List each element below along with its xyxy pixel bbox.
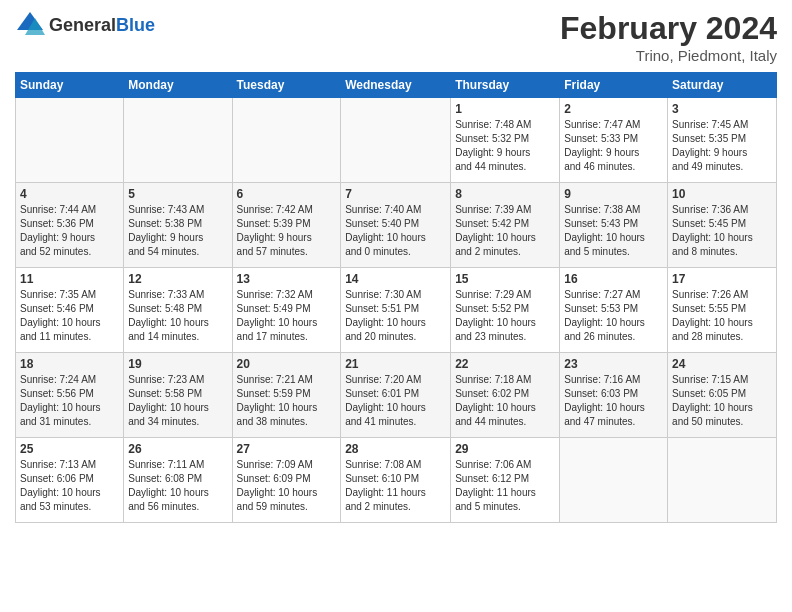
day-cell: 22Sunrise: 7:18 AM Sunset: 6:02 PM Dayli… xyxy=(451,353,560,438)
day-number: 3 xyxy=(672,102,772,116)
day-info: Sunrise: 7:38 AM Sunset: 5:43 PM Dayligh… xyxy=(564,203,663,259)
week-row-3: 11Sunrise: 7:35 AM Sunset: 5:46 PM Dayli… xyxy=(16,268,777,353)
day-number: 14 xyxy=(345,272,446,286)
day-number: 12 xyxy=(128,272,227,286)
day-cell: 20Sunrise: 7:21 AM Sunset: 5:59 PM Dayli… xyxy=(232,353,341,438)
day-cell xyxy=(668,438,777,523)
day-info: Sunrise: 7:35 AM Sunset: 5:46 PM Dayligh… xyxy=(20,288,119,344)
day-number: 22 xyxy=(455,357,555,371)
day-cell: 18Sunrise: 7:24 AM Sunset: 5:56 PM Dayli… xyxy=(16,353,124,438)
day-info: Sunrise: 7:43 AM Sunset: 5:38 PM Dayligh… xyxy=(128,203,227,259)
day-cell: 14Sunrise: 7:30 AM Sunset: 5:51 PM Dayli… xyxy=(341,268,451,353)
page-header: GeneralBlue February 2024 Trino, Piedmon… xyxy=(15,10,777,64)
logo: GeneralBlue xyxy=(15,10,155,40)
day-cell: 7Sunrise: 7:40 AM Sunset: 5:40 PM Daylig… xyxy=(341,183,451,268)
day-info: Sunrise: 7:16 AM Sunset: 6:03 PM Dayligh… xyxy=(564,373,663,429)
day-cell: 25Sunrise: 7:13 AM Sunset: 6:06 PM Dayli… xyxy=(16,438,124,523)
col-friday: Friday xyxy=(560,73,668,98)
day-number: 1 xyxy=(455,102,555,116)
col-saturday: Saturday xyxy=(668,73,777,98)
day-number: 23 xyxy=(564,357,663,371)
week-row-1: 1Sunrise: 7:48 AM Sunset: 5:32 PM Daylig… xyxy=(16,98,777,183)
day-cell: 11Sunrise: 7:35 AM Sunset: 5:46 PM Dayli… xyxy=(16,268,124,353)
week-row-4: 18Sunrise: 7:24 AM Sunset: 5:56 PM Dayli… xyxy=(16,353,777,438)
day-info: Sunrise: 7:13 AM Sunset: 6:06 PM Dayligh… xyxy=(20,458,119,514)
day-cell: 1Sunrise: 7:48 AM Sunset: 5:32 PM Daylig… xyxy=(451,98,560,183)
day-cell: 2Sunrise: 7:47 AM Sunset: 5:33 PM Daylig… xyxy=(560,98,668,183)
day-cell: 5Sunrise: 7:43 AM Sunset: 5:38 PM Daylig… xyxy=(124,183,232,268)
day-cell: 4Sunrise: 7:44 AM Sunset: 5:36 PM Daylig… xyxy=(16,183,124,268)
day-number: 10 xyxy=(672,187,772,201)
day-info: Sunrise: 7:45 AM Sunset: 5:35 PM Dayligh… xyxy=(672,118,772,174)
day-cell xyxy=(232,98,341,183)
day-cell xyxy=(124,98,232,183)
week-row-2: 4Sunrise: 7:44 AM Sunset: 5:36 PM Daylig… xyxy=(16,183,777,268)
day-info: Sunrise: 7:08 AM Sunset: 6:10 PM Dayligh… xyxy=(345,458,446,514)
day-info: Sunrise: 7:27 AM Sunset: 5:53 PM Dayligh… xyxy=(564,288,663,344)
calendar-header: Sunday Monday Tuesday Wednesday Thursday… xyxy=(16,73,777,98)
day-info: Sunrise: 7:26 AM Sunset: 5:55 PM Dayligh… xyxy=(672,288,772,344)
day-cell: 12Sunrise: 7:33 AM Sunset: 5:48 PM Dayli… xyxy=(124,268,232,353)
day-number: 18 xyxy=(20,357,119,371)
day-cell: 19Sunrise: 7:23 AM Sunset: 5:58 PM Dayli… xyxy=(124,353,232,438)
day-cell: 26Sunrise: 7:11 AM Sunset: 6:08 PM Dayli… xyxy=(124,438,232,523)
day-info: Sunrise: 7:15 AM Sunset: 6:05 PM Dayligh… xyxy=(672,373,772,429)
col-wednesday: Wednesday xyxy=(341,73,451,98)
day-cell: 6Sunrise: 7:42 AM Sunset: 5:39 PM Daylig… xyxy=(232,183,341,268)
day-number: 27 xyxy=(237,442,337,456)
day-info: Sunrise: 7:21 AM Sunset: 5:59 PM Dayligh… xyxy=(237,373,337,429)
logo-general: General xyxy=(49,15,116,35)
col-thursday: Thursday xyxy=(451,73,560,98)
logo-blue: Blue xyxy=(116,15,155,35)
day-number: 7 xyxy=(345,187,446,201)
day-number: 19 xyxy=(128,357,227,371)
day-cell: 8Sunrise: 7:39 AM Sunset: 5:42 PM Daylig… xyxy=(451,183,560,268)
page-title: February 2024 xyxy=(560,10,777,47)
calendar-body: 1Sunrise: 7:48 AM Sunset: 5:32 PM Daylig… xyxy=(16,98,777,523)
page-location: Trino, Piedmont, Italy xyxy=(560,47,777,64)
col-sunday: Sunday xyxy=(16,73,124,98)
day-number: 11 xyxy=(20,272,119,286)
day-info: Sunrise: 7:11 AM Sunset: 6:08 PM Dayligh… xyxy=(128,458,227,514)
day-number: 29 xyxy=(455,442,555,456)
day-cell: 27Sunrise: 7:09 AM Sunset: 6:09 PM Dayli… xyxy=(232,438,341,523)
day-number: 17 xyxy=(672,272,772,286)
col-monday: Monday xyxy=(124,73,232,98)
day-info: Sunrise: 7:47 AM Sunset: 5:33 PM Dayligh… xyxy=(564,118,663,174)
day-info: Sunrise: 7:33 AM Sunset: 5:48 PM Dayligh… xyxy=(128,288,227,344)
day-number: 8 xyxy=(455,187,555,201)
logo-icon xyxy=(15,10,45,40)
header-row: Sunday Monday Tuesday Wednesday Thursday… xyxy=(16,73,777,98)
day-info: Sunrise: 7:18 AM Sunset: 6:02 PM Dayligh… xyxy=(455,373,555,429)
day-cell: 10Sunrise: 7:36 AM Sunset: 5:45 PM Dayli… xyxy=(668,183,777,268)
day-cell xyxy=(560,438,668,523)
day-cell: 24Sunrise: 7:15 AM Sunset: 6:05 PM Dayli… xyxy=(668,353,777,438)
calendar-table: Sunday Monday Tuesday Wednesday Thursday… xyxy=(15,72,777,523)
day-number: 20 xyxy=(237,357,337,371)
day-number: 25 xyxy=(20,442,119,456)
day-number: 28 xyxy=(345,442,446,456)
title-block: February 2024 Trino, Piedmont, Italy xyxy=(560,10,777,64)
day-number: 5 xyxy=(128,187,227,201)
day-number: 21 xyxy=(345,357,446,371)
day-info: Sunrise: 7:40 AM Sunset: 5:40 PM Dayligh… xyxy=(345,203,446,259)
day-cell: 21Sunrise: 7:20 AM Sunset: 6:01 PM Dayli… xyxy=(341,353,451,438)
day-info: Sunrise: 7:20 AM Sunset: 6:01 PM Dayligh… xyxy=(345,373,446,429)
day-number: 13 xyxy=(237,272,337,286)
day-info: Sunrise: 7:39 AM Sunset: 5:42 PM Dayligh… xyxy=(455,203,555,259)
day-cell: 17Sunrise: 7:26 AM Sunset: 5:55 PM Dayli… xyxy=(668,268,777,353)
day-number: 16 xyxy=(564,272,663,286)
day-number: 24 xyxy=(672,357,772,371)
day-info: Sunrise: 7:29 AM Sunset: 5:52 PM Dayligh… xyxy=(455,288,555,344)
day-info: Sunrise: 7:06 AM Sunset: 6:12 PM Dayligh… xyxy=(455,458,555,514)
day-cell: 9Sunrise: 7:38 AM Sunset: 5:43 PM Daylig… xyxy=(560,183,668,268)
day-cell: 13Sunrise: 7:32 AM Sunset: 5:49 PM Dayli… xyxy=(232,268,341,353)
day-info: Sunrise: 7:44 AM Sunset: 5:36 PM Dayligh… xyxy=(20,203,119,259)
day-info: Sunrise: 7:36 AM Sunset: 5:45 PM Dayligh… xyxy=(672,203,772,259)
day-number: 4 xyxy=(20,187,119,201)
week-row-5: 25Sunrise: 7:13 AM Sunset: 6:06 PM Dayli… xyxy=(16,438,777,523)
day-info: Sunrise: 7:09 AM Sunset: 6:09 PM Dayligh… xyxy=(237,458,337,514)
day-number: 15 xyxy=(455,272,555,286)
day-info: Sunrise: 7:30 AM Sunset: 5:51 PM Dayligh… xyxy=(345,288,446,344)
day-number: 6 xyxy=(237,187,337,201)
